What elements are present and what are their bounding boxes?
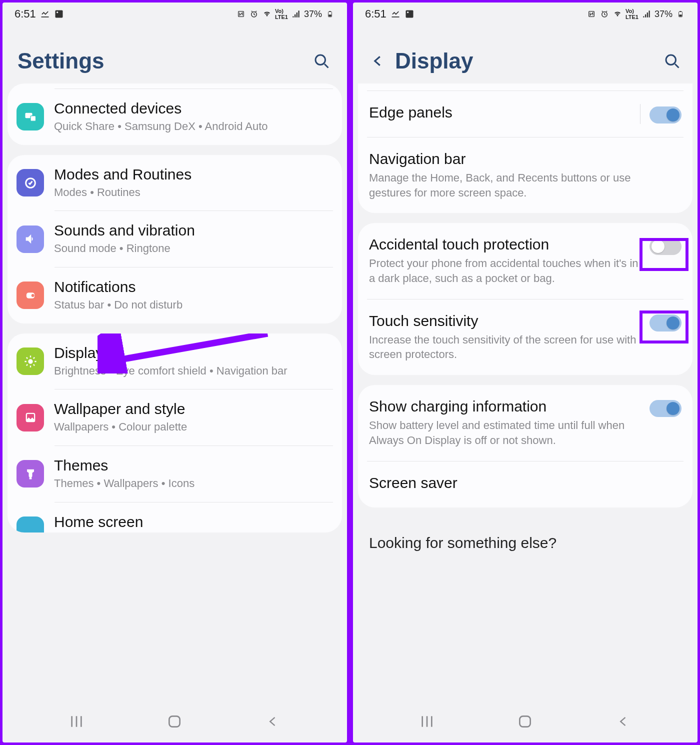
setting-sub: Modes • Routines [54, 185, 333, 200]
svg-line-19 [26, 357, 27, 358]
alarm-icon [600, 9, 610, 19]
svg-point-13 [31, 294, 34, 297]
search-button[interactable] [311, 50, 332, 72]
notifications-icon [16, 282, 44, 309]
phone-missed-icon [390, 9, 400, 19]
svg-rect-29 [170, 716, 180, 726]
settings-item-notifications[interactable]: Notifications Status bar • Do not distur… [8, 268, 342, 324]
setting-title: Home screen [54, 514, 333, 530]
display-settings-list: Edge panels Navigation bar Manage the Ho… [353, 84, 698, 702]
settings-item-navigation-bar[interactable]: Navigation bar Manage the Home, Back, an… [358, 138, 692, 213]
settings-item-wallpaper[interactable]: Wallpaper and style Wallpapers • Colour … [8, 390, 342, 446]
setting-title: Sounds and vibration [54, 222, 333, 239]
connected-devices-icon [16, 103, 44, 130]
signal-icon [291, 9, 301, 19]
setting-sub: Quick Share • Samsung DeX • Android Auto [54, 119, 333, 134]
themes-icon [16, 460, 44, 488]
svg-rect-5 [329, 11, 331, 12]
phone-settings: 6:51 Vo)LTE1 37% Settings [2, 2, 347, 742]
picture-icon [404, 9, 414, 19]
sounds-icon [16, 226, 44, 253]
item-title: Edge panels [369, 104, 628, 121]
recents-button[interactable] [64, 712, 89, 732]
charging-info-toggle[interactable] [650, 400, 682, 417]
looking-for-something-else: Looking for something else? [358, 518, 692, 552]
settings-item-edge-panels[interactable]: Edge panels [358, 91, 692, 137]
svg-point-7 [316, 55, 326, 65]
nav-bar [353, 702, 698, 742]
home-icon [16, 516, 44, 532]
edge-panels-toggle[interactable] [650, 106, 682, 124]
back-button-header[interactable] [368, 51, 388, 71]
display-card-3: Show charging information Show battery l… [358, 385, 692, 507]
svg-rect-0 [55, 10, 62, 18]
phone-missed-icon [40, 9, 50, 19]
home-button[interactable] [162, 712, 187, 732]
settings-card-3: Display Brightness • Eye comfort shield … [8, 334, 342, 532]
touch-sensitivity-toggle[interactable] [650, 314, 682, 332]
settings-item-accidental-touch[interactable]: Accidental touch protection Protect your… [358, 223, 692, 298]
picture-icon [54, 9, 64, 19]
settings-card-1: Connected devices Quick Share • Samsung … [8, 84, 342, 145]
settings-item-connected-devices[interactable]: Connected devices Quick Share • Samsung … [8, 89, 342, 145]
signal-icon [642, 9, 652, 19]
settings-item-display[interactable]: Display Brightness • Eye comfort shield … [8, 334, 342, 390]
svg-rect-24 [29, 478, 32, 480]
svg-rect-30 [406, 10, 413, 18]
item-title: Touch sensitivity [369, 312, 642, 330]
setting-sub: Sound mode • Ringtone [54, 241, 333, 256]
settings-card-2: Modes and Routines Modes • Routines Soun… [8, 155, 342, 324]
wallpaper-icon [16, 404, 44, 432]
settings-item-home[interactable]: Home screen [8, 502, 342, 532]
status-bar: 6:51 Vo)LTE1 37% [2, 2, 347, 24]
item-title: Navigation bar [369, 150, 674, 168]
lte-icon: Vo)LTE1 [275, 8, 288, 20]
svg-line-8 [324, 64, 328, 68]
page-title: Settings [18, 48, 311, 74]
battery-text: 37% [304, 9, 322, 20]
nav-bar [2, 702, 347, 742]
item-sub: Increase the touch sensitivity of the sc… [369, 332, 642, 362]
display-icon [16, 348, 44, 375]
svg-line-38 [675, 64, 679, 68]
lte-icon: Vo)LTE1 [626, 8, 638, 20]
settings-item-modes[interactable]: Modes and Routines Modes • Routines [8, 155, 342, 211]
back-button[interactable] [611, 712, 636, 732]
phone-display-settings: 6:51 Vo)LTE1 37% Display [353, 2, 698, 742]
back-button[interactable] [260, 712, 286, 732]
status-time: 6:51 [365, 8, 386, 20]
accidental-touch-toggle[interactable] [650, 238, 682, 255]
display-card-2: Accidental touch protection Protect your… [358, 223, 692, 375]
svg-point-14 [28, 359, 32, 364]
item-sub: Show battery level and estimated time un… [369, 418, 642, 448]
setting-sub: Wallpapers • Colour palette [54, 420, 333, 434]
nfc-icon [586, 9, 596, 19]
svg-line-20 [33, 364, 34, 365]
setting-title: Themes [54, 457, 333, 474]
setting-title: Connected devices [54, 100, 333, 117]
svg-point-37 [666, 55, 676, 65]
settings-item-touch-sensitivity[interactable]: Touch sensitivity Increase the touch sen… [358, 300, 692, 375]
home-button[interactable] [512, 712, 538, 732]
settings-item-charging-info[interactable]: Show charging information Show battery l… [358, 385, 692, 460]
settings-item-screen-saver[interactable]: Screen saver [358, 462, 692, 508]
item-title: Screen saver [369, 474, 674, 492]
settings-list: Connected devices Quick Share • Samsung … [2, 84, 347, 702]
svg-point-1 [56, 12, 58, 13]
item-sub: Protect your phone from accidental touch… [369, 256, 642, 286]
setting-title: Display [54, 344, 333, 362]
settings-item-themes[interactable]: Themes Themes • Wallpapers • Icons [8, 446, 342, 502]
svg-rect-42 [520, 716, 530, 726]
setting-sub: Brightness • Eye comfort shield • Naviga… [54, 364, 333, 378]
settings-item-sounds[interactable]: Sounds and vibration Sound mode • Ringto… [8, 211, 342, 267]
svg-line-22 [33, 357, 34, 358]
search-button[interactable] [662, 50, 682, 72]
battery-text: 37% [654, 9, 672, 20]
item-sub: Manage the Home, Back, and Recents butto… [369, 170, 674, 200]
recents-button[interactable] [414, 712, 440, 732]
svg-line-21 [26, 364, 27, 365]
setting-sub: Status bar • Do not disturb [54, 298, 333, 312]
setting-sub: Themes • Wallpapers • Icons [54, 476, 333, 491]
svg-rect-35 [680, 11, 682, 12]
status-bar: 6:51 Vo)LTE1 37% [353, 2, 698, 24]
